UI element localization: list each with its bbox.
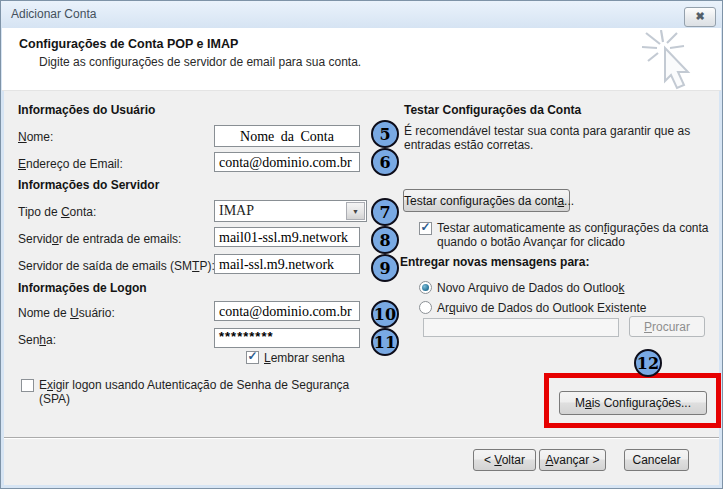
account-type-select[interactable]: IMAP ▼: [214, 200, 367, 222]
more-settings-button[interactable]: Mais Configurações...: [559, 391, 707, 415]
step-badge-9: 9: [371, 254, 399, 282]
outgoing-server-input[interactable]: mail-ssl.m9.network: [214, 254, 360, 274]
titlebar: Adicionar Conta ✖: [1, 1, 722, 28]
page-subtitle: Digite as configurações de servidor de e…: [39, 55, 361, 69]
existing-data-file-radio[interactable]: [419, 301, 432, 314]
existing-file-path-input[interactable]: [423, 318, 619, 337]
chevron-down-icon[interactable]: ▼: [346, 202, 365, 220]
step-badge-6: 6: [371, 148, 399, 176]
test-settings-description: É recomendável testar sua conta para gar…: [404, 124, 719, 152]
incoming-server-input[interactable]: mail01-ssl.m9.network: [214, 227, 360, 247]
account-type-label: Tipo de Conta:: [18, 205, 96, 219]
window-frame-bottom: [1, 485, 722, 488]
new-data-file-radio[interactable]: [419, 281, 432, 294]
new-data-file-label: Novo Arquivo de Dados do Outlook: [437, 281, 624, 295]
remember-password-checkbox[interactable]: ✓: [246, 351, 259, 364]
username-label: Nome de Usuário:: [18, 306, 115, 320]
step-badge-8: 8: [371, 226, 399, 254]
section-logon-info: Informações de Logon: [18, 281, 147, 295]
section-user-info: Informações do Usuário: [18, 103, 155, 117]
section-server-info: Informações do Servidor: [18, 178, 159, 192]
outgoing-server-label: Servidor de saída de emails (SMTP):: [18, 259, 215, 273]
delivery-heading: Entregar novas mensagens para:: [400, 255, 589, 269]
wizard-header: Configurações de Conta POP e IMAP Digite…: [2, 28, 721, 91]
window-frame-left: [1, 28, 4, 488]
close-icon: ✖: [695, 10, 704, 22]
incoming-server-label: Servidor de entrada de emails:: [18, 232, 181, 246]
step-badge-11: 11: [371, 328, 399, 356]
account-type-value: IMAP: [219, 203, 254, 219]
check-icon: ✓: [247, 349, 257, 363]
password-input[interactable]: *********: [214, 328, 360, 348]
radio-dot-icon: [422, 284, 429, 291]
cancel-button[interactable]: Cancelar: [624, 449, 689, 471]
username-input[interactable]: conta@dominio.com.br: [214, 301, 360, 321]
password-label: Senha:: [18, 333, 56, 347]
existing-data-file-label: Arquivo de Dados do Outlook Existente: [437, 301, 646, 315]
spa-checkbox[interactable]: [21, 379, 34, 392]
add-account-dialog: Adicionar Conta ✖ Configurações de Conta…: [0, 0, 723, 489]
window-title: Adicionar Conta: [11, 7, 96, 21]
remember-password-label: Lembrar senha: [264, 351, 345, 365]
close-button[interactable]: ✖: [684, 7, 716, 27]
back-button[interactable]: < Voltar: [473, 449, 536, 471]
next-button[interactable]: Avançar >: [539, 449, 606, 471]
check-icon: ✓: [420, 220, 430, 234]
email-input[interactable]: conta@dominio.com.br: [214, 152, 360, 172]
step-badge-7: 7: [371, 198, 399, 226]
step-badge-5: 5: [371, 120, 399, 148]
footer-divider: [2, 437, 721, 439]
page-title: Configurações de Conta POP e IMAP: [19, 37, 238, 51]
email-label: Endereço de Email:: [18, 157, 123, 171]
auto-test-checkbox[interactable]: ✓: [419, 222, 432, 235]
auto-test-label: Testar automaticamente as configurações …: [437, 221, 709, 249]
name-label: Nome:: [18, 130, 53, 144]
browse-button[interactable]: Procurar: [629, 316, 705, 337]
cursor-starburst-icon: [622, 30, 712, 90]
step-badge-12: 12: [634, 349, 662, 377]
name-input[interactable]: Nome da Conta: [214, 125, 360, 147]
spa-label: Exigir logon usando Autenticação de Senh…: [39, 378, 375, 406]
step-badge-10: 10: [371, 300, 399, 328]
test-account-settings-button[interactable]: Testar configurações da conta...: [403, 189, 570, 212]
test-settings-heading: Testar Configurações da Conta: [404, 103, 581, 117]
